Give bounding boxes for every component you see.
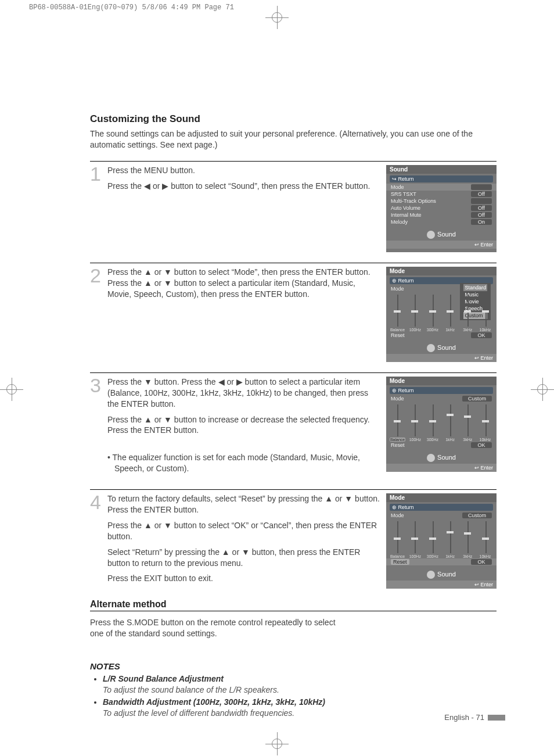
osd-footer: Sound	[386, 569, 497, 581]
eq-labels: Balance100Hz300Hz1kHz3kHz10kHz	[386, 438, 497, 442]
page-content: Customizing the Sound The sound settings…	[90, 113, 497, 720]
osd-reset-row: ResetOK	[386, 558, 497, 565]
step-para: Press the ▲ or ▼ button to select “OK” o…	[107, 520, 380, 542]
step-1: 1 Press the MENU button. Press the ◀ or …	[90, 161, 497, 252]
step-text: To return the factory defaults, select “…	[107, 493, 386, 589]
alternate-method-text: Press the S.MODE button on the remote co…	[90, 617, 340, 639]
osd-mode-row: ModeCustom	[386, 395, 497, 402]
step-3: 3 Press the ▼ button. Press the ◀ or ▶ b…	[90, 372, 497, 479]
step-para: Select “Return” by pressing the ▲ or ▼ b…	[107, 547, 380, 569]
osd-return: ↪ Return	[390, 175, 493, 182]
sound-icon	[427, 344, 435, 352]
osd-screenshot-reset: Mode ⊛ Return ModeCustom Balance100Hz300…	[386, 493, 497, 589]
osd-screenshot-eq-balance: Mode ⊛ Return ModeCustom Balance100Hz300…	[386, 377, 497, 472]
osd-footer: Sound	[386, 229, 497, 241]
osd-footer: Sound	[386, 452, 497, 464]
cropmark-right	[531, 378, 554, 401]
osd-row: Mode	[386, 184, 497, 191]
step-para: Press the EXIT button to exit.	[107, 573, 380, 584]
osd-footer: Sound	[386, 342, 497, 354]
cropmark-top	[265, 6, 289, 29]
osd-row: SRS TSXTOff	[386, 191, 497, 198]
osd-row: Multi-Track Options	[386, 198, 497, 205]
step-text: Press the ▼ button. Press the ◀ or ▶ but…	[107, 377, 386, 479]
page-footer: English - 71	[444, 713, 505, 722]
osd-row: MelodyOn	[386, 218, 497, 225]
notes-list: L/R Sound Balance Adjustment To adjust t…	[90, 673, 497, 719]
step-4: 4 To return the factory defaults, select…	[90, 489, 497, 589]
equalizer	[390, 295, 493, 327]
step-bullet: • The equalizer function is set for each…	[107, 452, 380, 474]
step-para: Press the MENU button.	[107, 165, 380, 176]
step-2: 2 Press the ▲ or ▼ button to select “Mod…	[90, 263, 497, 362]
eq-labels: Balance100Hz300Hz1kHz3kHz10kHz	[386, 554, 497, 558]
step-para: To return the factory defaults, select “…	[107, 493, 380, 515]
crop-header: BP68-00588A-01Eng(070~079) 5/8/06 4:49 P…	[29, 3, 234, 12]
note-item: Bandwidth Adjustment (100Hz, 300Hz, 1kHz…	[103, 697, 497, 719]
osd-row: Auto VolumeOff	[386, 205, 497, 212]
osd-screenshot-mode-dropdown: Mode ⊛ Return Mode Standard Music Movie …	[386, 267, 497, 362]
step-text: Press the ▲ or ▼ button to select “Mode”…	[107, 267, 386, 304]
osd-mode-row: ModeCustom	[386, 512, 497, 519]
osd-title: Mode	[386, 377, 497, 385]
notes-title: NOTES	[90, 661, 497, 671]
note-item: L/R Sound Balance Adjustment To adjust t…	[103, 673, 497, 696]
equalizer	[390, 521, 493, 553]
osd-enter: ↩ Enter	[386, 354, 497, 362]
step-number: 3	[90, 377, 107, 395]
osd-reset-row: ResetOK	[386, 442, 497, 449]
step-number: 4	[90, 493, 107, 511]
step-para: Press the ▲ or ▼ button to increase or d…	[107, 414, 380, 436]
step-text: Press the MENU button. Press the ◀ or ▶ …	[107, 165, 386, 196]
sound-icon	[427, 454, 435, 462]
osd-return: ⊛ Return	[390, 504, 493, 511]
osd-screenshot-sound: Sound ↪ Return Mode SRS TSXTOff Multi-Tr…	[386, 165, 497, 252]
osd-row: Internal MuteOff	[386, 212, 497, 218]
step-para: Press the ◀ or ▶ button to select “Sound…	[107, 181, 380, 192]
step-para: Press the ▲ or ▼ button to select “Mode”…	[107, 267, 380, 300]
osd-enter: ↩ Enter	[386, 241, 497, 249]
osd-title: Mode	[386, 493, 497, 502]
step-number: 2	[90, 267, 107, 285]
osd-reset-row: ResetOK	[386, 332, 497, 339]
sound-icon	[427, 231, 435, 239]
footer-bar-icon	[488, 715, 505, 721]
step-para: Press the ▼ button. Press the ◀ or ▶ but…	[107, 377, 380, 410]
section-title: Customizing the Sound	[90, 113, 497, 125]
cropmark-left	[0, 378, 23, 401]
alternate-method-title: Alternate method	[90, 599, 497, 611]
sound-icon	[427, 571, 435, 579]
cropmark-bottom	[265, 732, 289, 755]
osd-title: Mode	[386, 267, 497, 275]
osd-return: ⊛ Return	[390, 387, 493, 394]
osd-enter: ↩ Enter	[386, 581, 497, 589]
section-intro: The sound settings can be adjusted to su…	[90, 128, 497, 151]
osd-enter: ↩ Enter	[386, 464, 497, 472]
equalizer	[390, 404, 493, 436]
step-number: 1	[90, 165, 107, 183]
eq-labels: Balance100Hz300Hz1kHz3kHz10kHz	[386, 328, 497, 332]
osd-title: Sound	[386, 165, 497, 174]
